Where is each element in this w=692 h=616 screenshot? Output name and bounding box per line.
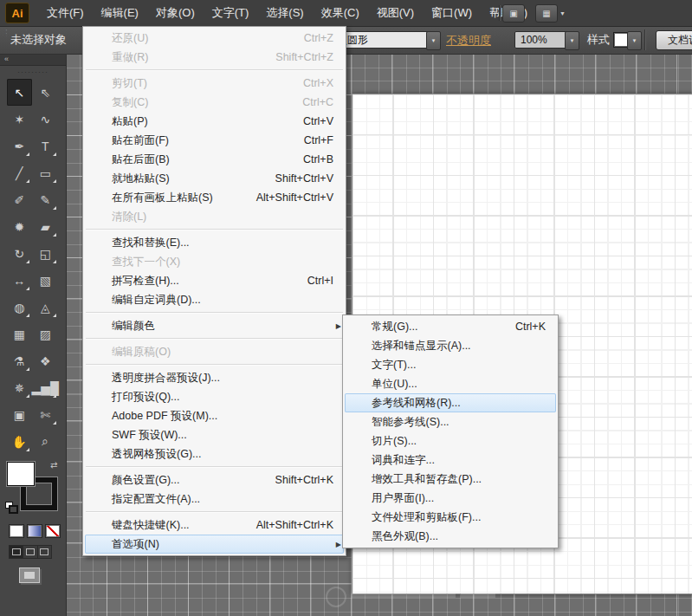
brush-dropdown-arrow[interactable]: ▼ <box>426 31 441 50</box>
menu-item-label: 在所有画板上粘贴(S) <box>112 191 213 205</box>
menubar-item[interactable]: 效果(C) <box>313 2 368 24</box>
workspace-switcher-button[interactable]: ▦ ▼ <box>535 4 566 23</box>
hand-tool[interactable]: ✋ <box>7 428 32 455</box>
blob-brush-tool[interactable]: ✹ <box>7 213 32 240</box>
eyedropper-tool[interactable]: ⚗ <box>7 347 32 374</box>
menu-item[interactable]: 透视网格预设(G)... <box>83 444 346 464</box>
menu-item[interactable]: 指定配置文件(A)... <box>83 490 346 509</box>
menu-item[interactable]: 贴在前面(F) Ctrl+F <box>83 131 346 150</box>
rectangle-tool[interactable]: ▭ <box>32 159 59 186</box>
tools-panel-collapse[interactable]: « <box>0 54 66 66</box>
menu-item[interactable]: 词典和连字... <box>343 451 558 470</box>
rotate-tool[interactable]: ↻ <box>7 240 32 267</box>
menu-item[interactable]: 文字(T)... <box>343 355 558 374</box>
color-button[interactable] <box>9 524 24 538</box>
menu-item[interactable]: 打印预设(Q)... <box>83 387 346 406</box>
menu-item[interactable]: 就地粘贴(S) Shift+Ctrl+V <box>83 169 346 188</box>
eraser-tool[interactable]: ▰ <box>32 213 59 240</box>
scale-tool[interactable]: ◱ <box>32 240 59 267</box>
menubar-item[interactable]: 文件(F) <box>38 2 93 24</box>
shape-builder-tool[interactable]: ◍ <box>7 294 32 321</box>
bridge-button[interactable]: ▣ <box>502 4 525 23</box>
free-transform-tool[interactable]: ▧ <box>32 267 59 294</box>
menubar-item[interactable]: 窗口(W) <box>423 2 481 24</box>
menu-item[interactable]: 参考线和网格(R)... <box>345 393 556 412</box>
menu-item[interactable]: 选择和锚点显示(A)... <box>343 336 558 355</box>
menu-item[interactable]: 首选项(N) ▶ <box>85 535 344 554</box>
tool-icon: ∿ <box>40 113 50 126</box>
menu-item[interactable]: 编辑原稿(O) <box>83 342 346 361</box>
pen-tool[interactable]: ✒ <box>7 133 32 159</box>
menu-item[interactable]: 增效工具和暂存盘(P)... <box>343 470 558 489</box>
menu-item[interactable]: SWF 预设(W)... <box>83 425 346 444</box>
menu-item[interactable]: 清除(L) <box>83 207 346 226</box>
menu-item[interactable]: 编辑颜色 ▶ <box>83 316 346 335</box>
zoom-tool[interactable]: ⌕ <box>32 428 59 455</box>
menu-item[interactable]: 查找下一个(X) <box>83 252 346 271</box>
tool-icon: ✋ <box>12 435 27 449</box>
menubar-item[interactable]: 视图(V) <box>368 2 423 24</box>
fill-color-swatch[interactable] <box>7 462 35 486</box>
menu-item[interactable]: 编辑自定词典(D)... <box>83 290 346 309</box>
menubar-item[interactable]: 编辑(E) <box>93 2 147 24</box>
menu-item-label: 剪切(T) <box>112 76 147 91</box>
gradient-button[interactable] <box>27 524 42 538</box>
lasso-tool[interactable]: ∿ <box>32 106 59 133</box>
none-button[interactable] <box>45 524 61 538</box>
menu-item-label: Adobe PDF 预设(M)... <box>112 409 217 424</box>
menu-item[interactable]: 文件处理和剪贴板(F)... <box>343 508 558 527</box>
pencil-tool[interactable]: ✎ <box>32 186 59 213</box>
menu-item[interactable]: 透明度拼合器预设(J)... <box>83 368 346 387</box>
menu-item[interactable]: 贴在后面(B) Ctrl+B <box>83 150 346 169</box>
menu-item[interactable]: 剪切(T) Ctrl+X <box>83 74 346 93</box>
gradient-tool[interactable]: ▨ <box>32 321 59 347</box>
menu-item[interactable]: 智能参考线(S)... <box>343 412 558 431</box>
menu-item-label: 选择和锚点显示(A)... <box>372 339 471 353</box>
menu-item[interactable]: 键盘快捷键(K)... Alt+Shift+Ctrl+K <box>83 515 346 535</box>
menu-item[interactable]: 切片(S)... <box>343 431 558 451</box>
menu-item[interactable]: 在所有画板上粘贴(S) Alt+Shift+Ctrl+V <box>83 188 346 207</box>
type-tool[interactable]: T <box>32 133 59 159</box>
mesh-tool[interactable]: ▦ <box>7 321 32 347</box>
menubar-item[interactable]: 对象(O) <box>147 2 204 24</box>
style-dropdown-arrow[interactable]: ▼ <box>627 31 642 50</box>
screen-mode-button[interactable] <box>19 567 40 583</box>
draw-normal-button[interactable] <box>10 546 23 558</box>
document-setup-button[interactable]: 文档设置 <box>656 30 692 50</box>
symbol-sprayer-tool[interactable]: ✵ <box>7 374 32 401</box>
menu-item[interactable]: 颜色设置(G)... Shift+Ctrl+K <box>83 470 346 490</box>
menu-item[interactable]: 拼写检查(H)... Ctrl+I <box>83 271 346 290</box>
width-tool[interactable]: ↔ <box>7 267 32 294</box>
slice-tool[interactable]: ✄ <box>32 401 59 428</box>
chevron-down-icon: ▼ <box>570 38 575 43</box>
line-segment-tool[interactable]: ╱ <box>7 159 32 186</box>
menu-item[interactable]: Adobe PDF 预设(M)... <box>83 406 346 425</box>
column-graph-tool[interactable]: ▂▅█ <box>32 374 59 401</box>
artboard-tool[interactable]: ▣ <box>7 401 32 428</box>
menu-item[interactable]: 查找和替换(E)... <box>83 233 346 252</box>
tool-icon: ◬ <box>41 301 50 314</box>
menu-item[interactable]: 黑色外观(B)... <box>343 527 558 546</box>
menubar-item[interactable]: 选择(S) <box>257 2 312 24</box>
blend-tool[interactable]: ❖ <box>32 347 59 374</box>
draw-behind-button[interactable] <box>23 546 37 558</box>
menu-item[interactable]: 常规(G)... Ctrl+K <box>343 317 558 336</box>
menu-item[interactable]: 重做(R) Shift+Ctrl+Z <box>83 48 346 67</box>
paintbrush-tool[interactable]: ✐ <box>7 186 32 213</box>
selection-tool[interactable]: ↖ <box>7 79 32 106</box>
menu-item[interactable]: 单位(U)... <box>343 374 558 393</box>
perspective-grid-tool[interactable]: ◬ <box>32 294 59 321</box>
swap-fill-stroke-icon[interactable]: ⇄ <box>50 460 57 470</box>
opacity-label[interactable]: 不透明度 <box>446 33 491 49</box>
menu-item[interactable]: 用户界面(I)... <box>343 489 558 508</box>
menubar-item[interactable]: 文字(T) <box>204 2 258 24</box>
menu-item[interactable]: 复制(C) Ctrl+C <box>83 93 346 112</box>
default-fill-stroke-button[interactable] <box>5 502 16 512</box>
magic-wand-tool[interactable]: ✶ <box>7 106 32 133</box>
menu-item[interactable]: 粘贴(P) Ctrl+V <box>83 112 346 131</box>
direct-selection-tool[interactable]: ⇖ <box>32 79 59 106</box>
opacity-dropdown-arrow[interactable]: ▼ <box>565 31 579 50</box>
opacity-value-select[interactable]: 100% <box>514 31 572 49</box>
draw-inside-button[interactable] <box>38 546 51 558</box>
menu-item[interactable]: 还原(U) Ctrl+Z <box>83 29 346 48</box>
